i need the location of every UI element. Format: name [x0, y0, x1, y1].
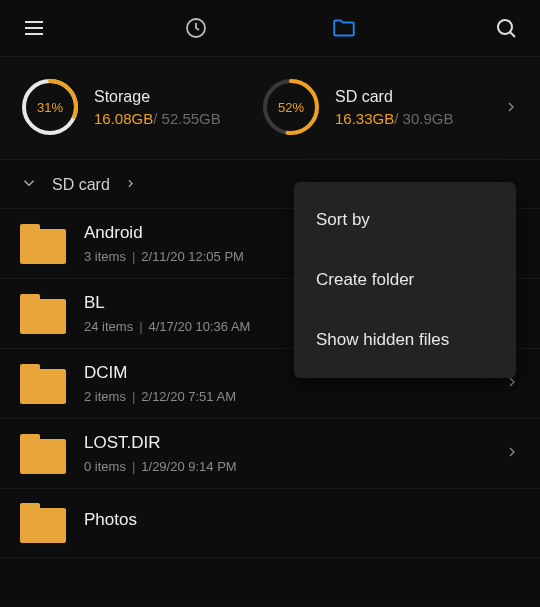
internal-storage-ring: 31% [20, 77, 80, 137]
chevron-down-icon [20, 174, 38, 192]
folder-date: 2/11/20 12:05 PM [141, 249, 244, 264]
folder-icon [331, 15, 357, 41]
breadcrumb-chevron [124, 176, 137, 194]
clock-icon [184, 16, 208, 40]
folder-item-count: 24 items [84, 319, 133, 334]
storage-summary[interactable]: 31% Storage 16.08GB/ 52.55GB 52% SD card… [0, 56, 540, 160]
sd-storage-percent: 52% [261, 77, 321, 137]
menu-item[interactable]: Sort by [294, 190, 516, 250]
folder-chevron [504, 444, 520, 464]
chevron-right-icon [124, 177, 137, 190]
folder-meta: 2 items|2/12/20 7:51 AM [84, 389, 486, 404]
sd-storage-text: SD card 16.33GB/ 30.9GB [335, 88, 453, 127]
internal-storage-text: Storage 16.08GB/ 52.55GB [94, 88, 221, 127]
folder-date: 2/12/20 7:51 AM [141, 389, 236, 404]
sd-storage-used: 16.33GB [335, 110, 394, 127]
hamburger-menu-button[interactable] [20, 14, 48, 42]
folder-text: Photos [84, 510, 520, 536]
folder-item-count: 3 items [84, 249, 126, 264]
folder-name: LOST.DIR [84, 433, 486, 453]
folder-meta: 0 items|1/29/20 9:14 PM [84, 459, 486, 474]
folder-text: LOST.DIR0 items|1/29/20 9:14 PM [84, 433, 486, 474]
svg-point-4 [498, 20, 512, 34]
sd-storage-title: SD card [335, 88, 453, 106]
sd-storage-ring: 52% [261, 77, 321, 137]
breadcrumb-location[interactable]: SD card [52, 176, 110, 194]
context-menu: Sort byCreate folderShow hidden files [294, 182, 516, 378]
internal-storage-percent: 31% [20, 77, 80, 137]
folder-row[interactable]: Photos [0, 489, 540, 558]
folder-icon [20, 364, 66, 404]
nav-tabs [48, 14, 492, 42]
menu-item[interactable]: Show hidden files [294, 310, 516, 370]
recent-tab[interactable] [182, 14, 210, 42]
folder-icon [20, 434, 66, 474]
folder-date: 1/29/20 9:14 PM [141, 459, 236, 474]
svg-line-5 [511, 33, 516, 38]
sd-storage-block[interactable]: 52% SD card 16.33GB/ 30.9GB [261, 77, 502, 137]
sd-storage-total: 30.9GB [403, 110, 454, 127]
chevron-right-icon [503, 99, 519, 115]
folder-item-count: 2 items [84, 389, 126, 404]
folder-item-count: 0 items [84, 459, 126, 474]
search-icon [494, 16, 518, 40]
chevron-right-icon [504, 444, 520, 460]
files-tab[interactable] [330, 14, 358, 42]
menu-item[interactable]: Create folder [294, 250, 516, 310]
breadcrumb-expand-icon [20, 174, 38, 196]
folder-name: Photos [84, 510, 520, 530]
internal-storage-used: 16.08GB [94, 110, 153, 127]
menu-icon [22, 16, 46, 40]
top-bar [0, 0, 540, 56]
storage-chevron [502, 99, 520, 115]
internal-storage-total: 52.55GB [162, 110, 221, 127]
folder-icon [20, 294, 66, 334]
internal-storage-block[interactable]: 31% Storage 16.08GB/ 52.55GB [20, 77, 261, 137]
folder-icon [20, 503, 66, 543]
internal-storage-title: Storage [94, 88, 221, 106]
folder-row[interactable]: LOST.DIR0 items|1/29/20 9:14 PM [0, 419, 540, 489]
folder-icon [20, 224, 66, 264]
folder-date: 4/17/20 10:36 AM [149, 319, 251, 334]
search-button[interactable] [492, 14, 520, 42]
